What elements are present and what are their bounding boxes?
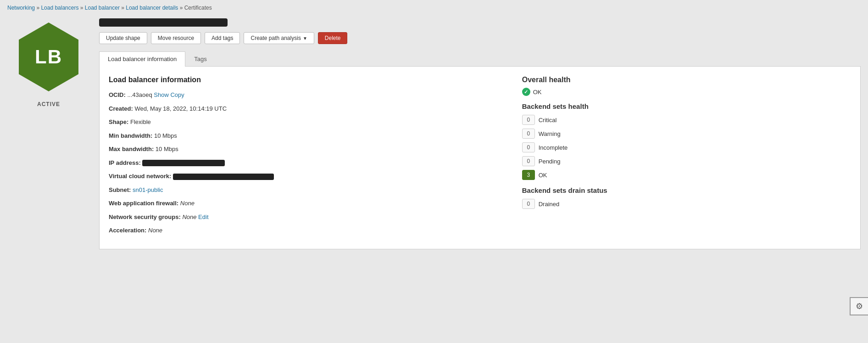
info-section: Load balancer information OCID: ...43aoe… [109,76,504,240]
shape-value: Flexible [130,118,151,125]
health-row-pending: 0 Pending [522,156,851,166]
resource-initials: LB [35,46,62,68]
info-accel-row: Acceleration: None [109,226,504,235]
backend-sets-drain-title: Backend sets drain status [522,186,851,194]
info-nsg-row: Network security groups: None Edit [109,213,504,222]
health-label-critical: Critical [539,117,557,124]
update-shape-button[interactable]: Update shape [99,32,147,44]
ocid-value: ...43aoeq [127,91,152,98]
health-row-incomplete: 0 Incomplete [522,142,851,152]
breadcrumb-load-balancers[interactable]: Load balancers [41,5,78,11]
health-badge-drained: 0 [522,199,535,209]
health-badge-critical: 0 [522,115,535,125]
ok-checkmark-icon: ✓ [522,88,530,96]
accel-value: None [148,227,162,234]
toolbar: Update shape Move resource Add tags Crea… [99,32,861,44]
health-row-drained: 0 Drained [522,199,851,209]
shape-label: Shape: [109,118,128,125]
health-label-pending: Pending [539,158,561,165]
info-min-bandwidth-row: Min bandwidth: 10 Mbps [109,131,504,141]
info-max-bandwidth-row: Max bandwidth: 10 Mbps [109,145,504,154]
tab-content: Load balancer information OCID: ...43aoe… [99,67,861,249]
breadcrumb-load-balancer[interactable]: Load balancer [85,5,120,11]
help-widget[interactable]: ⚙ [850,297,868,315]
min-bandwidth-value: 10 Mbps [154,132,177,139]
info-shape-row: Shape: Flexible [109,118,504,127]
vcn-value-redacted [173,174,274,180]
health-badge-incomplete: 0 [522,142,535,152]
breadcrumb-certificates: Certificates [184,5,212,11]
info-section-title: Load balancer information [109,76,504,84]
info-created-row: Created: Wed, May 18, 2022, 10:14:19 UTC [109,104,504,113]
hexagon-container: LB [17,20,81,94]
health-label-incomplete: Incomplete [539,144,568,151]
breadcrumb-networking[interactable]: Networking [7,5,35,11]
subnet-value-link[interactable]: sn01-public [133,186,163,193]
delete-button[interactable]: Delete [318,32,348,44]
resource-status: ACTIVE [37,101,60,107]
tab-load-balancer-information[interactable]: Load balancer information [99,51,185,67]
add-tags-button[interactable]: Add tags [205,32,240,44]
overall-health-title: Overall health [522,76,851,84]
dropdown-arrow-icon: ▼ [303,36,307,41]
created-label: Created: [109,105,133,112]
info-ip-row: IP address: [109,158,504,168]
info-vcn-row: Virtual cloud network: [109,172,504,181]
tabs-bar: Load balancer information Tags [99,51,861,67]
nsg-label: Network security groups: [109,214,181,220]
ip-value-redacted [142,160,225,166]
move-resource-button[interactable]: Move resource [151,32,201,44]
max-bandwidth-label: Max bandwidth: [109,146,154,152]
info-subnet-row: Subnet: sn01-public [109,186,504,195]
max-bandwidth-value: 10 Mbps [156,146,178,152]
health-row-ok: 3 OK [522,170,851,180]
waf-label: Web application firewall: [109,200,178,207]
info-waf-row: Web application firewall: None [109,199,504,208]
accel-label: Acceleration: [109,227,146,234]
breadcrumb-load-balancer-details[interactable]: Load balancer details [126,5,178,11]
health-label-drained: Drained [539,201,560,208]
ocid-copy-link[interactable]: Copy [170,91,184,98]
health-section: Overall health ✓ OK Backend sets health … [522,76,851,240]
health-row-warning: 0 Warning [522,129,851,139]
backend-sets-health-title: Backend sets health [522,102,851,110]
ocid-show-link[interactable]: Show [154,91,169,98]
overall-health-ok: ✓ OK [522,88,851,96]
resource-icon-panel: LB ACTIVE [7,16,90,249]
subnet-label: Subnet: [109,186,131,193]
resource-name-row [99,16,861,32]
health-badge-pending: 0 [522,156,535,166]
breadcrumb: Networking » Load balancers » Load balan… [0,0,868,16]
resource-name-redacted [99,18,228,27]
nsg-edit-link[interactable]: Edit [198,214,208,220]
waf-value: None [180,200,195,207]
tab-tags[interactable]: Tags [185,51,215,66]
health-badge-warning: 0 [522,129,535,139]
health-badge-ok: 3 [522,170,535,180]
ip-label: IP address: [109,159,141,166]
create-path-analysis-button[interactable]: Create path analysis ▼ [244,32,314,44]
min-bandwidth-label: Min bandwidth: [109,132,152,139]
ocid-label: OCID: [109,91,126,98]
health-row-critical: 0 Critical [522,115,851,125]
health-label-ok: OK [539,172,547,179]
info-ocid-row: OCID: ...43aoeq Show Copy [109,90,504,100]
help-widget-icon: ⚙ [856,301,863,311]
created-value: Wed, May 18, 2022, 10:14:19 UTC [134,105,227,112]
hexagon-icon: LB [19,22,78,91]
drain-section: Backend sets drain status 0 Drained [522,186,851,209]
right-panel: Update shape Move resource Add tags Crea… [99,16,861,249]
nsg-value: None [182,214,196,220]
health-label-warning: Warning [539,130,561,137]
overall-health-status: OK [533,89,542,96]
vcn-label: Virtual cloud network: [109,173,171,180]
